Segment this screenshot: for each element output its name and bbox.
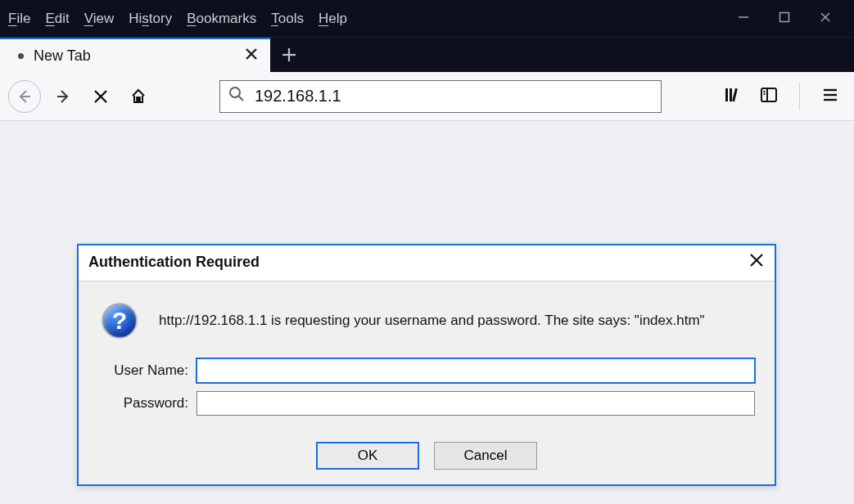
close-dialog-icon[interactable] — [748, 252, 765, 272]
menu-file[interactable]: File — [8, 11, 30, 27]
stop-button[interactable] — [85, 81, 116, 112]
close-tab-icon[interactable] — [244, 47, 259, 65]
menu-list: File Edit View History Bookmarks Tools H… — [8, 11, 347, 27]
menu-bookmarks[interactable]: Bookmarks — [187, 11, 256, 27]
tab-favicon-icon — [18, 53, 24, 59]
toolbar-divider — [799, 83, 800, 110]
search-icon — [228, 86, 245, 106]
address-bar-value: 192.168.1.1 — [255, 87, 341, 106]
home-button[interactable] — [123, 81, 154, 112]
svg-rect-1 — [780, 12, 789, 21]
new-tab-button[interactable] — [270, 38, 308, 72]
menu-tools[interactable]: Tools — [271, 11, 304, 27]
svg-rect-17 — [732, 88, 738, 101]
menu-bar: File Edit View History Bookmarks Tools H… — [0, 0, 854, 37]
cancel-button[interactable]: Cancel — [434, 442, 537, 470]
svg-line-14 — [239, 97, 243, 101]
hamburger-menu-icon[interactable] — [821, 86, 839, 107]
auth-dialog-title: Authentication Required — [88, 254, 260, 271]
close-window-icon[interactable] — [820, 11, 831, 27]
auth-dialog-message: http://192.168.1.1 is requesting your us… — [159, 313, 705, 329]
back-button[interactable] — [8, 80, 41, 113]
svg-rect-15 — [725, 88, 728, 101]
menu-history[interactable]: History — [129, 11, 172, 27]
minimize-icon[interactable] — [738, 11, 749, 27]
sidebar-icon[interactable] — [760, 86, 778, 107]
auth-dialog-header: Authentication Required — [79, 245, 775, 281]
ok-button[interactable]: OK — [316, 442, 419, 470]
svg-rect-12 — [137, 97, 140, 102]
username-label: User Name: — [93, 362, 188, 379]
menu-edit[interactable]: Edit — [45, 11, 69, 27]
navigation-toolbar: 192.168.1.1 — [0, 72, 854, 121]
auth-dialog: Authentication Required ? http://192.168… — [77, 244, 776, 486]
question-icon: ? — [102, 303, 138, 339]
forward-button[interactable] — [47, 81, 79, 112]
svg-point-13 — [230, 88, 240, 97]
address-bar[interactable]: 192.168.1.1 — [219, 80, 662, 113]
tab-strip: New Tab — [0, 37, 854, 72]
tab-new-tab[interactable]: New Tab — [0, 38, 270, 72]
toolbar-right — [724, 83, 844, 110]
svg-rect-16 — [730, 88, 732, 101]
maximize-icon[interactable] — [779, 11, 790, 27]
menu-help[interactable]: Help — [319, 11, 347, 27]
library-icon[interactable] — [724, 86, 742, 107]
tab-title: New Tab — [34, 47, 91, 65]
password-input[interactable] — [197, 391, 755, 416]
password-label: Password: — [93, 395, 188, 412]
page-content: Authentication Required ? http://192.168… — [0, 121, 854, 504]
username-input[interactable] — [197, 358, 755, 383]
menu-view[interactable]: View — [84, 11, 115, 27]
window-controls — [738, 11, 851, 27]
